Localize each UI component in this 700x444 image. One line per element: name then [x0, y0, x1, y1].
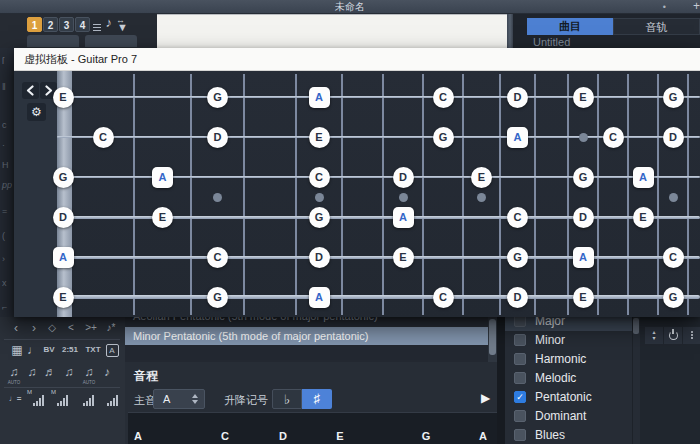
- note-A-root-string3-fret2[interactable]: A: [152, 167, 173, 188]
- grace-note-icon[interactable]: ♪*: [102, 320, 120, 338]
- note-D-string5-fret5[interactable]: D: [309, 247, 330, 268]
- note-C-string2-fret13[interactable]: C: [603, 127, 624, 148]
- scale-list-scrollbar-thumb[interactable]: [489, 319, 496, 355]
- note-D-string3-fret7[interactable]: D: [393, 167, 414, 188]
- text-tool-icon[interactable]: TXT: [82, 342, 104, 360]
- eighth-pair-icon[interactable]: ♫: [24, 364, 40, 382]
- string-5[interactable]: [57, 256, 700, 259]
- note-G-string5-fret10[interactable]: G: [507, 247, 528, 268]
- note-G-string3-fret0[interactable]: G: [53, 167, 74, 188]
- note-E-string1-fret0[interactable]: E: [53, 87, 74, 108]
- virtual-fretboard-window[interactable]: 虚拟指板 - Guitar Pro 7 ⚙ EGACDEGCDEGACDGACD…: [14, 48, 700, 317]
- note-A-root-string5-fret0[interactable]: A: [53, 247, 74, 268]
- note-G-string6-fret15[interactable]: G: [663, 287, 684, 308]
- note-E-string5-fret7[interactable]: E: [393, 247, 414, 268]
- checkbox-blues[interactable]: [514, 429, 526, 441]
- decrescendo-plus-icon[interactable]: >+: [82, 320, 100, 338]
- scale-type-row-major[interactable]: Major: [505, 317, 632, 331]
- note-C-string4-fret10[interactable]: C: [507, 207, 528, 228]
- root-note-select[interactable]: A: [153, 389, 205, 409]
- note-C-string1-fret8[interactable]: C: [433, 87, 454, 108]
- view-button-4[interactable]: 4: [75, 17, 90, 32]
- fretboard-settings-button[interactable]: ⚙: [27, 103, 46, 121]
- note-C-string5-fret15[interactable]: C: [663, 247, 684, 268]
- crescendo-icon[interactable]: <: [62, 320, 80, 338]
- auto-duration-icon[interactable]: ♫AUTO: [6, 364, 22, 382]
- scale-type-row-harmonic[interactable]: Harmonic: [505, 350, 632, 369]
- tab-tracks[interactable]: 曲目: [527, 18, 613, 35]
- dynamics-bars-icon-3[interactable]: [78, 391, 98, 409]
- note-A-root-string5-fret12[interactable]: A: [573, 247, 594, 268]
- scale-type-row-pentatonic[interactable]: ✓Pentatonic: [505, 388, 632, 407]
- new-tab-icon[interactable]: +: [693, 0, 700, 13]
- tempo-icon[interactable]: ♩=: [6, 391, 24, 409]
- note-A-root-string3-fret14[interactable]: A: [633, 167, 654, 188]
- checkbox-dominant[interactable]: [514, 410, 526, 422]
- checkbox-major[interactable]: [514, 317, 526, 327]
- checklist-scrollbar[interactable]: [632, 317, 640, 444]
- note-C-string3-fret5[interactable]: C: [309, 167, 330, 188]
- note-A-root-string6-fret5[interactable]: A: [309, 287, 330, 308]
- diamond-notehead-icon[interactable]: ◇: [44, 320, 60, 338]
- menu-dots-icon[interactable]: [683, 327, 700, 344]
- note-E-string1-fret12[interactable]: E: [573, 87, 594, 108]
- note-D-string4-fret0[interactable]: D: [53, 207, 74, 228]
- score-sheet[interactable]: [157, 14, 507, 48]
- view-button-2[interactable]: 2: [43, 17, 58, 32]
- sixteenth-pair-icon[interactable]: ♬: [42, 364, 58, 382]
- string-1[interactable]: [57, 96, 700, 98]
- note-E-string3-fret9[interactable]: E: [471, 167, 492, 188]
- note-D-string6-fret10[interactable]: D: [507, 287, 528, 308]
- sharp-button[interactable]: ♯: [302, 389, 332, 409]
- note-A-root-string4-fret7[interactable]: A: [393, 207, 414, 228]
- note-G-string1-fret3[interactable]: G: [207, 87, 228, 108]
- scale-type-row-blues[interactable]: Blues: [505, 426, 632, 444]
- checkbox-minor[interactable]: [514, 334, 526, 346]
- note-C-string6-fret8[interactable]: C: [433, 287, 454, 308]
- note-D-string1-fret10[interactable]: D: [507, 87, 528, 108]
- dynamics-bars-icon-4[interactable]: [102, 391, 122, 409]
- previous-icon[interactable]: ‹: [8, 320, 24, 338]
- scale-list-item-aeolian[interactable]: Aeolian Pentatonic (5th mode of major pe…: [125, 317, 488, 327]
- note-E-string6-fret0[interactable]: E: [53, 287, 74, 308]
- duration-label[interactable]: 2:51: [58, 342, 82, 360]
- tab-track[interactable]: 音轨: [613, 18, 700, 35]
- power-icon[interactable]: [664, 327, 682, 344]
- note-G-string6-fret3[interactable]: G: [207, 287, 228, 308]
- note-G-string4-fret5[interactable]: G: [309, 207, 330, 228]
- play-scale-icon[interactable]: ▶: [481, 391, 490, 405]
- note-D-string2-fret3[interactable]: D: [207, 127, 228, 148]
- dynamics-bars-icon-2[interactable]: M: [52, 391, 72, 409]
- track-name-partial[interactable]: Untitled: [533, 36, 570, 48]
- flat-button[interactable]: ♭: [272, 389, 302, 409]
- checkbox-pentatonic[interactable]: ✓: [514, 391, 526, 403]
- note-E-string2-fret5[interactable]: E: [309, 127, 330, 148]
- note-E-string6-fret12[interactable]: E: [573, 287, 594, 308]
- checkbox-harmonic[interactable]: [514, 353, 526, 365]
- scale-type-row-minor[interactable]: Minor: [505, 331, 632, 350]
- note-A-root-string2-fret10[interactable]: A: [507, 127, 528, 148]
- string-6[interactable]: [57, 295, 700, 299]
- collapse-icon[interactable]: ▴ ▾: [645, 327, 663, 344]
- spinner-down-icon[interactable]: [192, 400, 198, 404]
- note-G-string2-fret8[interactable]: G: [433, 127, 454, 148]
- auto-beam-icon[interactable]: ♫AUTO: [80, 364, 98, 382]
- note-D-string4-fret12[interactable]: D: [573, 207, 594, 228]
- scale-type-row-dominant[interactable]: Dominant: [505, 407, 632, 426]
- note-D-string2-fret15[interactable]: D: [663, 127, 684, 148]
- note-C-string5-fret3[interactable]: C: [207, 247, 228, 268]
- note-C-string2-fret1[interactable]: C: [93, 127, 114, 148]
- brush-voice-icon[interactable]: BV: [40, 342, 58, 360]
- next-icon[interactable]: ›: [26, 320, 42, 338]
- note-E-string4-fret2[interactable]: E: [152, 207, 173, 228]
- stem-icon[interactable]: ♩: [27, 342, 39, 360]
- note-icon[interactable]: ♪: [100, 364, 114, 382]
- scale-list-item-minor-pentatonic-selected[interactable]: Minor Pentatonic (5th mode of major pent…: [125, 327, 488, 345]
- occluded-button[interactable]: [27, 35, 79, 47]
- occluded-button[interactable]: [85, 35, 137, 47]
- note-A-root-string1-fret5[interactable]: A: [309, 87, 330, 108]
- scale-type-row-melodic[interactable]: Melodic: [505, 369, 632, 388]
- checkbox-melodic[interactable]: [514, 372, 526, 384]
- note-E-string4-fret14[interactable]: E: [633, 207, 654, 228]
- view-button-3[interactable]: 3: [59, 17, 74, 32]
